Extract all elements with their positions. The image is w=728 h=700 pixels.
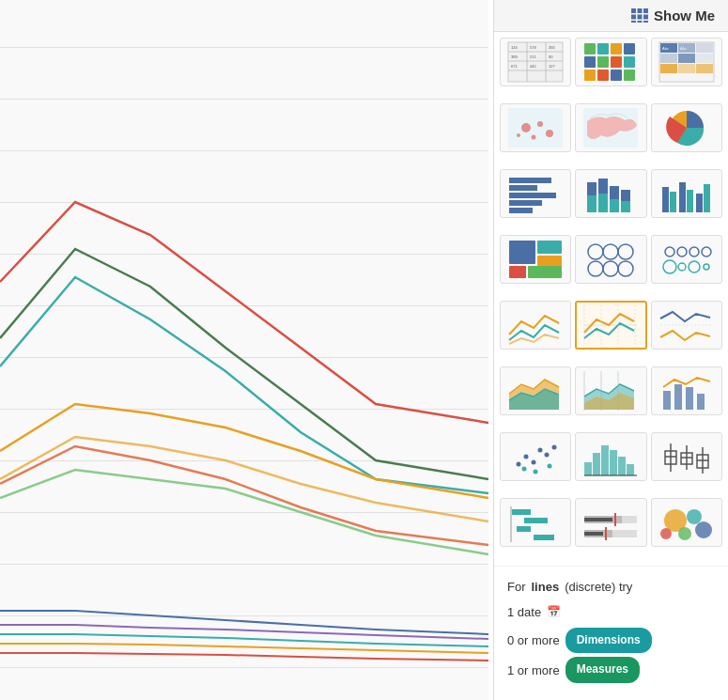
svg-rect-71 (679, 182, 686, 212)
measures-badge[interactable]: Measures (565, 657, 640, 683)
svg-rect-107 (663, 391, 671, 410)
chart-thumb-horizontal-bars[interactable] (500, 169, 571, 218)
svg-point-88 (689, 247, 699, 257)
chart-thumb-packed-bubbles[interactable] (651, 498, 722, 547)
chart-thumb-filled-map[interactable] (575, 103, 646, 152)
svg-rect-147 (584, 532, 603, 536)
svg-rect-8 (643, 21, 648, 23)
svg-rect-48 (508, 108, 563, 148)
svg-point-90 (663, 260, 676, 273)
svg-point-86 (665, 247, 674, 257)
svg-point-113 (532, 460, 536, 465)
svg-rect-60 (509, 208, 533, 213)
svg-rect-25 (597, 43, 609, 54)
svg-point-87 (677, 247, 687, 257)
svg-rect-110 (697, 394, 705, 410)
svg-rect-31 (624, 56, 635, 68)
svg-text:Abc: Abc (680, 46, 687, 51)
svg-point-80 (588, 244, 603, 259)
chart-thumb-box-whisker[interactable] (651, 432, 722, 481)
chart-thumb-continuous-lines[interactable] (500, 301, 571, 350)
svg-point-112 (524, 455, 529, 459)
chart-thumb-dual-combination[interactable] (651, 366, 722, 415)
svg-point-83 (588, 261, 603, 276)
svg-text:90: 90 (549, 54, 553, 59)
chart-thumb-stacked-bars[interactable] (575, 169, 646, 218)
svg-rect-68 (621, 201, 630, 212)
svg-point-92 (689, 261, 700, 272)
svg-point-49 (521, 123, 531, 132)
svg-rect-121 (593, 453, 600, 475)
footer-date-row: 1 date 📅 (507, 601, 715, 623)
show-me-footer: For lines (discrete) try 1 date 📅 0 or m… (494, 566, 728, 700)
svg-point-91 (678, 263, 686, 271)
chart-thumb-circle-view[interactable] (575, 235, 646, 284)
chart-thumb-text-table[interactable]: 124 578 392 389 211 90 671 445 127 (500, 38, 571, 86)
svg-rect-4 (637, 14, 642, 19)
svg-rect-138 (517, 526, 531, 532)
svg-rect-6 (631, 21, 636, 23)
svg-rect-56 (509, 178, 551, 183)
svg-text:211: 211 (530, 54, 536, 59)
svg-rect-62 (587, 195, 596, 212)
chart-thumb-symbol-map[interactable] (500, 103, 571, 152)
svg-rect-42 (696, 54, 713, 63)
svg-rect-28 (584, 56, 596, 68)
chart-thumb-discrete-lines[interactable] (575, 301, 646, 350)
chart-thumb-heat-map[interactable] (575, 38, 646, 86)
footer-dimensions-row: 0 or more Dimensions (507, 628, 715, 654)
svg-point-89 (702, 247, 711, 257)
svg-text:127: 127 (549, 64, 555, 69)
chart-thumb-bullet[interactable] (575, 498, 646, 547)
svg-point-151 (695, 521, 712, 538)
chart-thumb-side-by-side-circles[interactable] (651, 235, 722, 284)
chart-thumb-area-chart[interactable] (500, 366, 571, 415)
show-me-header[interactable]: Show Me (494, 0, 728, 32)
svg-rect-27 (624, 43, 635, 54)
svg-rect-137 (524, 518, 548, 523)
zero-or-more-label: 0 or more (507, 630, 560, 651)
chart-thumb-highlight-table[interactable]: Abc Abc (651, 38, 722, 86)
chart-type-grid: 124 578 392 389 211 90 671 445 127 (494, 32, 728, 566)
svg-text:124: 124 (511, 45, 518, 50)
svg-point-53 (532, 135, 536, 140)
dimensions-badge[interactable]: Dimensions (565, 628, 652, 654)
svg-text:445: 445 (530, 64, 536, 69)
svg-rect-59 (509, 200, 542, 206)
chart-thumb-scatter-plot[interactable] (500, 432, 571, 481)
svg-rect-30 (611, 56, 622, 68)
chart-type-name: lines (532, 576, 560, 598)
chart-thumb-histogram[interactable] (575, 432, 646, 481)
svg-rect-69 (662, 187, 669, 212)
svg-rect-125 (627, 464, 634, 475)
svg-rect-40 (660, 54, 677, 63)
chart-thumb-discrete-area[interactable] (575, 366, 646, 415)
chart-thumb-dual-lines[interactable] (651, 301, 722, 350)
svg-point-111 (517, 462, 521, 467)
svg-rect-72 (687, 190, 693, 212)
svg-rect-43 (660, 64, 677, 73)
show-me-icon (631, 8, 648, 23)
svg-point-117 (522, 467, 527, 472)
svg-rect-29 (597, 56, 609, 68)
date-label: 1 date (507, 601, 541, 623)
one-or-more-label: 1 or more (507, 660, 560, 681)
svg-point-116 (552, 445, 557, 450)
svg-rect-124 (618, 457, 626, 475)
chart-thumb-side-by-side-bars[interactable] (651, 169, 722, 218)
svg-text:671: 671 (511, 64, 518, 69)
svg-rect-26 (611, 43, 622, 54)
svg-rect-143 (584, 518, 612, 521)
svg-rect-120 (584, 462, 592, 475)
svg-rect-5 (643, 14, 648, 19)
svg-rect-35 (624, 70, 635, 81)
svg-text:392: 392 (549, 45, 555, 50)
svg-point-85 (618, 261, 633, 276)
chart-thumb-gantt-bar[interactable] (500, 498, 571, 547)
svg-rect-73 (696, 194, 703, 212)
chart-thumb-treemap[interactable] (500, 235, 571, 284)
chart-area (0, 0, 488, 700)
svg-text:Abc: Abc (662, 46, 669, 51)
chart-thumb-pie-chart[interactable] (651, 103, 722, 152)
footer-measures-row: 1 or more Measures (507, 657, 715, 683)
